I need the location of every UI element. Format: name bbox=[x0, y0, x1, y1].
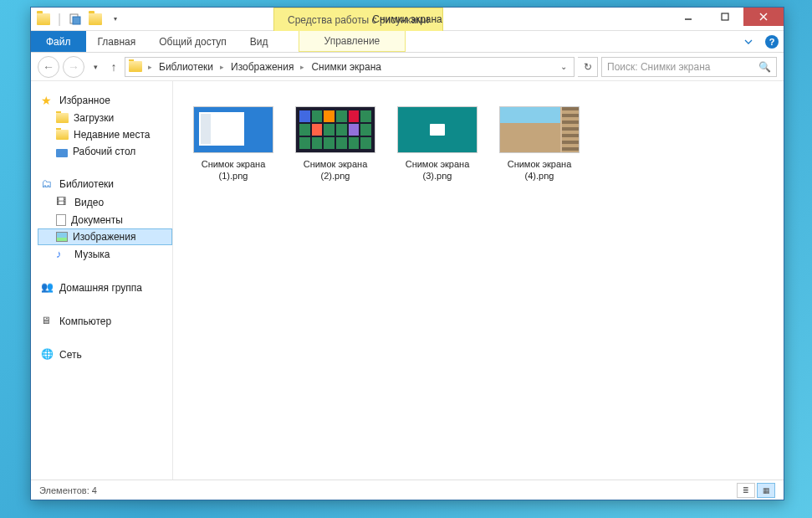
breadcrumb[interactable]: ▸ Библиотеки ▸ Изображения ▸ Снимки экра… bbox=[125, 57, 575, 77]
titlebar[interactable]: | ▾ Средства работы с рисунками Снимки э… bbox=[31, 8, 784, 31]
item-count: Элементов: 4 bbox=[39, 485, 97, 495]
window-title: Снимки экрана bbox=[372, 13, 442, 25]
sidebar-item-label: Недавние места bbox=[74, 129, 150, 141]
sidebar-homegroup[interactable]: 👥Домашняя группа bbox=[38, 279, 172, 297]
sidebar-item-downloads[interactable]: Загрузки bbox=[38, 110, 172, 126]
document-icon bbox=[56, 214, 66, 226]
search-placeholder: Поиск: Снимки экрана bbox=[607, 61, 710, 73]
body: ★Избранное Загрузки Недавние места Рабоч… bbox=[31, 81, 784, 480]
sidebar-item-label: Избранное bbox=[59, 95, 110, 106]
tab-home[interactable]: Главная bbox=[86, 31, 148, 52]
file-name: Снимок экрана (4).png bbox=[498, 158, 581, 182]
thumbnail-icon bbox=[397, 106, 477, 153]
breadcrumb-dropdown-icon[interactable]: ⌄ bbox=[557, 62, 570, 71]
sidebar-item-desktop[interactable]: Рабочий стол bbox=[38, 143, 172, 160]
sidebar-network[interactable]: 🌐Сеть bbox=[38, 346, 172, 364]
navigation-pane: ★Избранное Загрузки Недавние места Рабоч… bbox=[31, 81, 173, 480]
address-bar: ← → ▾ ↑ ▸ Библиотеки ▸ Изображения ▸ Сни… bbox=[31, 53, 784, 81]
file-item[interactable]: Снимок экрана (3).png bbox=[392, 103, 483, 186]
forward-button[interactable]: → bbox=[63, 56, 84, 78]
view-thumbnails-button[interactable]: ▦ bbox=[757, 483, 775, 498]
tab-view[interactable]: Вид bbox=[238, 31, 280, 52]
sidebar-computer[interactable]: 🖥Компьютер bbox=[38, 312, 172, 331]
sidebar-item-label: Рабочий стол bbox=[73, 146, 135, 157]
back-button[interactable]: ← bbox=[38, 56, 59, 78]
computer-icon: 🖥 bbox=[41, 315, 54, 328]
chevron-right-icon[interactable]: ▸ bbox=[146, 63, 155, 71]
sidebar-favorites[interactable]: ★Избранное bbox=[38, 91, 172, 110]
libraries-icon: 🗂 bbox=[41, 177, 54, 191]
folder-icon[interactable] bbox=[36, 12, 51, 27]
desktop-icon bbox=[56, 149, 68, 157]
file-item[interactable]: Снимок экрана (1).png bbox=[188, 103, 278, 186]
qat-dropdown-icon[interactable]: ▾ bbox=[108, 12, 123, 27]
star-icon: ★ bbox=[41, 94, 54, 107]
breadcrumb-item[interactable]: Снимки экрана bbox=[309, 61, 384, 73]
sidebar-item-label: Изображения bbox=[73, 231, 135, 243]
view-details-button[interactable]: ≣ bbox=[737, 483, 755, 498]
breadcrumb-item[interactable]: Изображения bbox=[228, 61, 296, 73]
new-folder-icon[interactable] bbox=[88, 12, 103, 27]
thumbnail-icon bbox=[499, 106, 580, 153]
sidebar-item-recent[interactable]: Недавние места bbox=[38, 126, 172, 143]
file-item[interactable]: Снимок экрана (4).png bbox=[494, 103, 585, 186]
window-controls bbox=[670, 8, 784, 26]
properties-icon[interactable] bbox=[68, 12, 83, 27]
sidebar-item-label: Музыка bbox=[74, 249, 110, 260]
history-dropdown-icon[interactable]: ▾ bbox=[88, 56, 103, 78]
file-listing[interactable]: Снимок экрана (1).png Снимок экрана (2).… bbox=[173, 81, 784, 480]
pictures-icon bbox=[56, 232, 68, 242]
sidebar-item-label: Домашняя группа bbox=[59, 282, 142, 294]
sidebar-item-video[interactable]: 🎞Видео bbox=[38, 193, 172, 212]
file-item[interactable]: Снимок экрана (2).png bbox=[290, 103, 380, 186]
refresh-button[interactable]: ↻ bbox=[578, 57, 598, 77]
folder-icon bbox=[56, 113, 69, 123]
file-tab[interactable]: Файл bbox=[31, 31, 86, 52]
maximize-button[interactable] bbox=[707, 8, 743, 26]
thumbnail-icon bbox=[193, 106, 273, 153]
file-name: Снимок экрана (2).png bbox=[294, 158, 377, 182]
up-button[interactable]: ↑ bbox=[106, 56, 121, 78]
search-input[interactable]: Поиск: Снимки экрана 🔍 bbox=[601, 57, 777, 77]
music-icon: ♪ bbox=[56, 248, 69, 261]
sidebar-item-label: Библиотеки bbox=[59, 178, 114, 190]
help-button[interactable]: ? bbox=[760, 31, 784, 52]
sidebar-item-label: Компьютер bbox=[59, 315, 111, 327]
sidebar-item-documents[interactable]: Документы bbox=[38, 212, 172, 228]
status-bar: Элементов: 4 ≣ ▦ bbox=[31, 480, 784, 500]
chevron-right-icon[interactable]: ▸ bbox=[217, 63, 227, 71]
network-icon: 🌐 bbox=[41, 348, 54, 362]
video-icon: 🎞 bbox=[56, 196, 69, 209]
sidebar-group-network: 🌐Сеть bbox=[38, 346, 172, 364]
sidebar-group-computer: 🖥Компьютер bbox=[38, 312, 172, 331]
file-name: Снимок экрана (3).png bbox=[396, 158, 479, 182]
sidebar-libraries[interactable]: 🗂Библиотеки bbox=[38, 175, 172, 193]
close-button[interactable] bbox=[743, 8, 784, 26]
tab-share[interactable]: Общий доступ bbox=[147, 31, 238, 52]
sidebar-group-favorites: ★Избранное Загрузки Недавние места Рабоч… bbox=[38, 91, 172, 160]
sidebar-item-label: Документы bbox=[71, 214, 123, 226]
breadcrumb-item[interactable]: Библиотеки bbox=[156, 61, 216, 73]
homegroup-icon: 👥 bbox=[41, 281, 54, 295]
sidebar-item-label: Сеть bbox=[59, 349, 82, 361]
search-icon: 🔍 bbox=[758, 61, 771, 73]
sidebar-item-music[interactable]: ♪Музыка bbox=[38, 245, 172, 264]
folder-icon bbox=[56, 130, 69, 140]
explorer-window: | ▾ Средства работы с рисунками Снимки э… bbox=[30, 7, 784, 500]
thumbnail-icon bbox=[295, 106, 375, 153]
chevron-right-icon[interactable]: ▸ bbox=[298, 63, 307, 71]
minimize-button[interactable] bbox=[670, 8, 707, 26]
tab-manage[interactable]: Управление bbox=[299, 31, 406, 52]
sidebar-group-homegroup: 👥Домашняя группа bbox=[38, 279, 172, 297]
svg-rect-3 bbox=[722, 13, 728, 20]
ribbon-tabs: Файл Главная Общий доступ Вид Управление… bbox=[31, 31, 784, 53]
sidebar-group-libraries: 🗂Библиотеки 🎞Видео Документы Изображения… bbox=[38, 175, 172, 264]
sidebar-item-label: Загрузки bbox=[74, 112, 114, 124]
folder-icon bbox=[129, 61, 142, 72]
sidebar-item-pictures[interactable]: Изображения bbox=[38, 228, 172, 245]
separator: | bbox=[58, 12, 61, 27]
ribbon-expand-button[interactable] bbox=[737, 31, 760, 52]
quick-access-toolbar: | ▾ bbox=[31, 12, 128, 27]
file-name: Снимок экрана (1).png bbox=[192, 158, 275, 182]
sidebar-item-label: Видео bbox=[74, 197, 104, 208]
